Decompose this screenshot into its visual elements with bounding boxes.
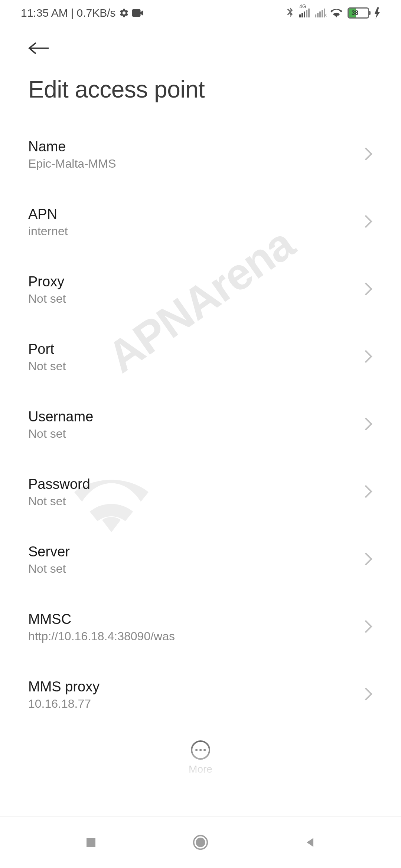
settings-item-value: Not set [28,427,93,441]
status-time: 11:35 AM [21,7,68,19]
settings-item-value: Not set [28,494,90,508]
camera-icon [132,9,143,17]
chevron-right-icon [364,214,373,230]
page-title: Edit access point [0,65,401,118]
wifi-icon [330,8,342,18]
settings-item-label: Name [28,139,116,155]
chevron-right-icon [364,417,373,433]
nav-recent-button[interactable] [84,836,98,849]
status-right: 4G ✕ 38 [286,7,380,19]
settings-item-value: http://10.16.18.4:38090/was [28,629,175,643]
settings-item-value: 10.16.18.77 [28,697,100,711]
chevron-right-icon [364,282,373,298]
status-speed: 0.7KB/s [77,7,116,19]
settings-item-mmsc[interactable]: MMSC http://10.16.18.4:38090/was [28,591,373,658]
settings-item-value: internet [28,224,68,238]
settings-item-server[interactable]: Server Not set [28,523,373,591]
settings-item-label: Port [28,341,66,357]
charging-icon [374,7,380,19]
settings-item-label: Server [28,544,70,560]
settings-item-password[interactable]: Password Not set [28,456,373,523]
settings-item-text: MMSC http://10.16.18.4:38090/was [28,611,175,643]
signal-indicator-1: 4G [299,9,310,17]
settings-item-value: Epic-Malta-MMS [28,157,116,171]
settings-item-label: APN [28,206,68,222]
settings-list: Name Epic-Malta-MMS APN internet Proxy N… [0,118,401,726]
chevron-right-icon [364,687,373,703]
settings-item-name[interactable]: Name Epic-Malta-MMS [28,118,373,185]
more-button[interactable]: More [189,740,212,775]
chevron-right-icon [364,619,373,635]
settings-item-value: Not set [28,562,70,576]
bluetooth-icon [286,7,294,19]
svg-point-3 [196,838,205,847]
settings-item-text: Name Epic-Malta-MMS [28,139,116,171]
chevron-right-icon [364,147,373,163]
nav-home-button[interactable] [192,834,209,851]
chevron-right-icon [364,552,373,568]
settings-item-text: APN internet [28,206,68,238]
settings-item-text: Server Not set [28,544,70,576]
settings-item-label: Password [28,476,90,492]
settings-item-text: Proxy Not set [28,274,66,306]
settings-item-text: Username Not set [28,409,93,441]
settings-item-label: Username [28,409,93,425]
chevron-right-icon [364,349,373,365]
settings-item-value: Not set [28,292,66,306]
settings-item-value: Not set [28,359,66,373]
svg-rect-1 [87,838,95,847]
gear-icon [119,8,129,18]
status-left: 11:35 AM | 0.7KB/s [21,7,143,19]
settings-item-text: Password Not set [28,476,90,508]
settings-item-mms-proxy[interactable]: MMS proxy 10.16.18.77 [28,658,373,726]
settings-item-username[interactable]: Username Not set [28,388,373,456]
settings-item-text: MMS proxy 10.16.18.77 [28,679,100,711]
settings-item-label: MMSC [28,611,175,627]
navigation-bar [0,816,401,868]
more-label: More [189,763,212,775]
settings-item-label: MMS proxy [28,679,100,695]
chevron-right-icon [364,484,373,500]
settings-item-label: Proxy [28,274,66,290]
settings-item-text: Port Not set [28,341,66,373]
battery-indicator: 38 [348,7,369,19]
more-icon [191,740,210,760]
back-button[interactable] [0,26,401,65]
settings-item-proxy[interactable]: Proxy Not set [28,253,373,320]
nav-back-button[interactable] [303,836,317,849]
status-bar: 11:35 AM | 0.7KB/s 4G [0,0,401,26]
signal-indicator-2: ✕ [315,9,325,17]
settings-item-port[interactable]: Port Not set [28,320,373,388]
settings-item-apn[interactable]: APN internet [28,185,373,253]
